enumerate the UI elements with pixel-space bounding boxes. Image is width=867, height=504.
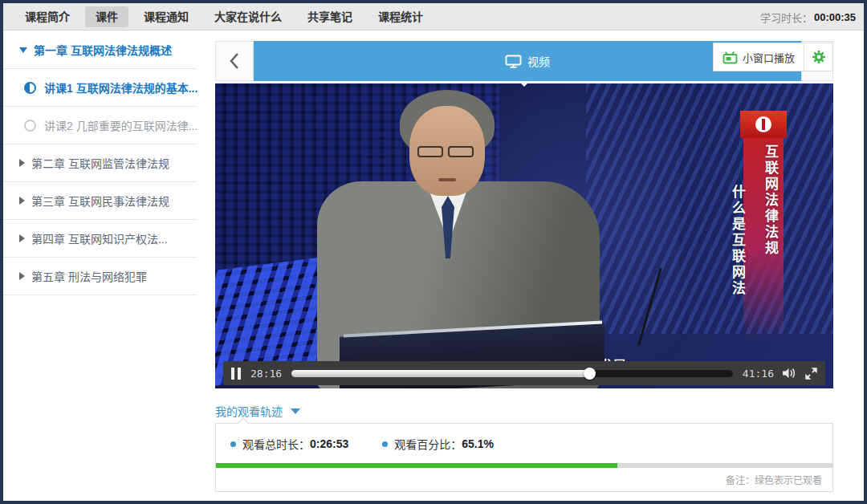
watch-track-toggle[interactable]: 我的观看轨迹 <box>215 403 300 419</box>
watch-stats: 观看总时长： 0:26:53 观看百分比： 65.1% <box>216 424 832 452</box>
study-time: 学习时长： 00:00:35 <box>760 3 856 30</box>
watch-percent-label: 观看百分比： <box>394 436 462 452</box>
monitor-icon <box>505 55 522 68</box>
lecture-label: 讲课2 几部重要的互联网法律... <box>44 117 197 133</box>
tab-discussion[interactable]: 大家在说什么 <box>204 6 292 27</box>
player-header-controls: 小窗口播放 <box>713 43 833 71</box>
progress-handle[interactable] <box>584 368 596 380</box>
tv-icon <box>722 51 738 64</box>
topic-banner: 互联网法律法规 什么是互联网法 <box>740 111 787 339</box>
microphone <box>637 268 661 346</box>
prev-arrow-button[interactable] <box>215 41 254 81</box>
banner-subtitle: 什么是互联网法 <box>727 185 747 297</box>
total-duration: 41:16 <box>743 368 774 380</box>
fullscreen-icon <box>805 368 817 380</box>
sidebar-chapter-1[interactable]: 第一章 互联网法律法规概述 <box>3 31 197 69</box>
chapter-label: 第五章 刑法与网络犯罪 <box>31 268 147 284</box>
chapter-label: 第二章 互联网监管法律法规 <box>31 155 169 171</box>
course-page: 课程简介 课件 课程通知 大家在说什么 共享笔记 课程统计 学习时长： 00:0… <box>0 0 867 504</box>
watch-track-panel: 观看总时长： 0:26:53 观看百分比： 65.1% 备注：绿色表示已观看 <box>215 423 833 492</box>
half-progress-circle-icon <box>24 82 36 94</box>
sidebar-chapter-5[interactable]: 第五章 刑法与网络犯罪 <box>3 258 197 295</box>
banner-title: 互联网法律法规 <box>760 144 780 257</box>
video-controls-bar: 28:16 41:16 <box>223 361 825 385</box>
active-tab-notch <box>519 81 530 87</box>
bullet-dot-icon <box>230 441 236 447</box>
video-progress-fill <box>291 370 589 377</box>
video-progress-bar[interactable] <box>291 370 733 377</box>
watch-percent-value: 65.1% <box>462 437 494 450</box>
small-window-play-button[interactable]: 小窗口播放 <box>714 43 804 71</box>
sidebar-chapter-3[interactable]: 第三章 互联网民事法律法规 <box>3 182 197 220</box>
empty-circle-icon <box>24 120 36 132</box>
small-window-label: 小窗口播放 <box>743 50 795 65</box>
chapter-label: 第四章 互联网知识产权法... <box>31 230 168 246</box>
tab-courseware[interactable]: 课件 <box>85 6 128 27</box>
chapter-label: 第三章 互联网民事法律法规 <box>31 193 169 209</box>
top-nav: 课程简介 课件 课程通知 大家在说什么 共享笔记 课程统计 学习时长： 00:0… <box>3 3 864 30</box>
caret-down-icon <box>19 47 27 53</box>
fullscreen-button[interactable] <box>805 368 817 380</box>
volume-button[interactable] <box>782 367 797 380</box>
bullet-dot-icon <box>382 441 388 447</box>
chapter-sidebar: 第一章 互联网法律法规概述 讲课1 互联网法律法规的基本... 讲课2 几部重要… <box>3 31 197 501</box>
watched-note: 备注：绿色表示已观看 <box>216 468 832 486</box>
watch-track-label: 我的观看轨迹 <box>215 403 283 419</box>
caret-right-icon <box>19 272 25 280</box>
caret-right-icon <box>19 197 25 205</box>
sidebar-lecture-2[interactable]: 讲课2 几部重要的互联网法律... <box>3 107 197 144</box>
speaker-mouth <box>438 178 456 181</box>
tab-shared-notes[interactable]: 共享笔记 <box>297 6 363 27</box>
sidebar-lecture-1[interactable]: 讲课1 互联网法律法规的基本... <box>3 69 197 107</box>
study-time-label: 学习时长： <box>760 10 812 25</box>
caret-down-icon <box>291 408 300 414</box>
banner-body: 互联网法律法规 什么是互联网法 <box>743 138 784 339</box>
player-header: 视频 小窗口播放 <box>215 41 833 81</box>
video-canvas[interactable]: 互联网法律法规 什么是互联网法 那么说我们国家互联网的产业发展 28:16 41… <box>215 83 833 388</box>
tab-course-stats[interactable]: 课程统计 <box>368 6 434 27</box>
tab-course-intro[interactable]: 课程简介 <box>14 6 80 27</box>
sidebar-chapter-4[interactable]: 第四章 互联网知识产权法... <box>3 220 197 258</box>
speaker-icon <box>782 367 797 380</box>
pause-button[interactable] <box>231 368 241 380</box>
elapsed-time: 28:16 <box>250 368 282 380</box>
chapter-label: 第一章 互联网法律法规概述 <box>34 42 172 58</box>
settings-button[interactable] <box>804 43 832 71</box>
watch-percentage: 观看百分比： 65.1% <box>382 436 494 452</box>
caret-right-icon <box>19 159 25 167</box>
banner-badge-icon <box>740 111 787 138</box>
total-watch-time: 观看总时长： 0:26:53 <box>230 436 348 452</box>
player-panel: 视频 小窗口播放 <box>215 41 833 388</box>
study-time-value: 00:00:35 <box>814 11 856 23</box>
sidebar-chapter-2[interactable]: 第二章 互联网监管法律法规 <box>3 144 197 182</box>
total-watch-label: 观看总时长： <box>242 436 310 452</box>
caret-right-icon <box>19 234 25 242</box>
gear-icon <box>812 50 826 64</box>
chevron-left-icon <box>228 52 241 70</box>
lecture-label: 讲课1 互联网法律法规的基本... <box>44 79 197 96</box>
panel-notch <box>237 417 250 424</box>
total-watch-value: 0:26:53 <box>310 437 348 450</box>
video-tab-label: 视频 <box>527 53 550 69</box>
tab-course-notice[interactable]: 课程通知 <box>133 6 199 27</box>
speaker-glasses <box>417 146 478 159</box>
